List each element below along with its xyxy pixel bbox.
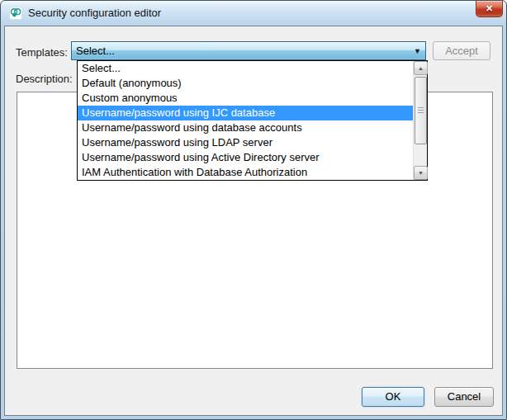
accept-button[interactable]: Accept [433,41,490,60]
dropdown-item[interactable]: Default (anonymous) [78,76,413,91]
dropdown-item[interactable]: IAM Authentication with Database Authori… [78,165,413,180]
template-dropdown-list: Select...Default (anonymous)Custom anony… [78,61,413,180]
cancel-button[interactable]: Cancel [434,387,494,407]
dropdown-item[interactable]: Select... [78,61,413,76]
dropdown-item[interactable]: Custom anonymous [78,91,413,106]
titlebar[interactable]: Security configuration editor ✕ [1,1,506,26]
close-button[interactable]: ✕ [476,1,503,17]
window-title: Security configuration editor [28,7,161,20]
dropdown-item[interactable]: Username/password using IJC database [78,106,413,120]
cancel-button-label: Cancel [448,390,481,403]
scroll-up-icon: ▲ [418,65,424,71]
templates-label: Templates: [16,46,68,59]
scroll-up-button[interactable]: ▲ [414,61,428,75]
ok-button-label: OK [386,390,401,403]
dropdown-item[interactable]: Username/password using database account… [78,120,413,135]
scrollbar-grip-icon [418,107,424,114]
scrollbar-thumb[interactable] [415,77,427,144]
scroll-down-button[interactable]: ▼ [414,166,428,180]
dropdown-item[interactable]: Username/password using LDAP server [78,135,413,150]
accept-button-label: Accept [445,45,478,57]
scroll-down-icon: ▼ [418,170,424,176]
templates-dropdown-popup: Select...Default (anonymous)Custom anony… [77,60,428,181]
chevron-down-icon: ▼ [414,47,421,55]
security-configuration-editor-window: Security configuration editor ✕ Template… [0,0,507,420]
ok-button[interactable]: OK [362,387,424,407]
templates-combobox[interactable]: Select... ▼ [71,41,426,60]
dropdown-scrollbar[interactable]: ▲ ▼ [413,61,427,180]
close-icon: ✕ [486,3,493,13]
dropdown-item[interactable]: Username/password using Active Directory… [78,150,413,165]
app-icon [9,7,22,20]
templates-combobox-value: Select... [76,45,115,57]
dialog-client-area: Templates: Select... ▼ Accept Descriptio… [4,26,503,416]
description-label: Description: [16,73,73,85]
